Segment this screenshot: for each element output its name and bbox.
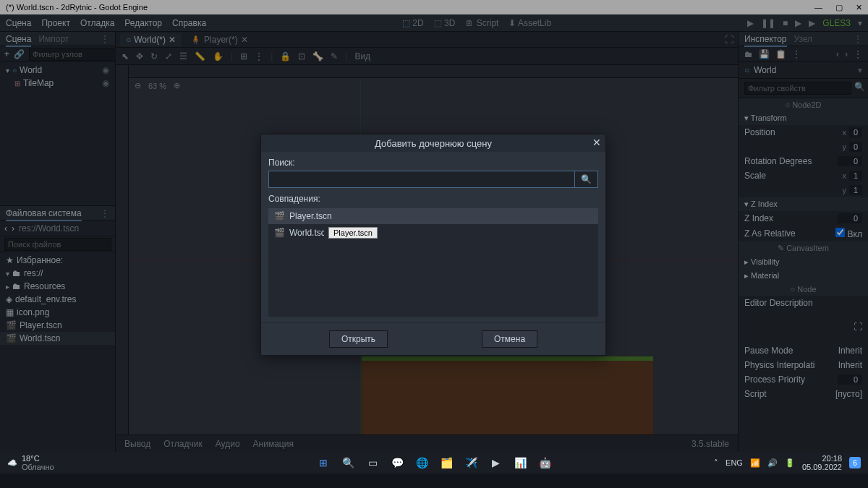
dialog-title: Добавить дочернюю сцену <box>375 138 492 149</box>
start-icon[interactable]: ⊞ <box>315 454 332 471</box>
tray-chevron-icon[interactable]: ˄ <box>714 458 718 468</box>
add-child-scene-dialog: Добавить дочернюю сцену ✕ Поиск: 🔍 Совпа… <box>260 134 606 356</box>
date: 05.09.2022 <box>802 463 842 471</box>
weather-widget[interactable]: ☁️ 18°C Облачно <box>7 454 54 471</box>
windows-taskbar: ☁️ 18°C Облачно ⊞ 🔍 ▭ 💬 🌐 🗂️ ✈️ ▶ 📊 🤖 ˄ … <box>0 452 868 474</box>
language-indicator[interactable]: ENG <box>726 458 743 467</box>
search-icon[interactable]: 🔍 <box>575 171 598 188</box>
match-item-world[interactable]: 🎬World.tscn Player.tscn <box>268 224 598 241</box>
telegram-icon[interactable]: ✈️ <box>462 454 480 471</box>
taskview-icon[interactable]: ▭ <box>364 454 381 471</box>
cancel-button[interactable]: Отмена <box>482 330 537 348</box>
weather-text: Облачно <box>22 463 54 471</box>
dialog-titlebar: Добавить дочернюю сцену ✕ <box>261 134 605 152</box>
battery-icon[interactable]: 🔋 <box>785 458 795 468</box>
search-label: Поиск: <box>268 158 295 168</box>
time: 20:18 <box>802 454 842 463</box>
explorer-icon[interactable]: 🗂️ <box>438 454 455 471</box>
scene-icon: 🎬 <box>274 228 285 238</box>
dialog-search-input[interactable] <box>268 171 575 188</box>
chat-icon[interactable]: 💬 <box>388 454 406 471</box>
notification-badge[interactable]: 6 <box>849 457 861 468</box>
app-icon[interactable]: 📊 <box>511 454 529 471</box>
dialog-close-icon[interactable]: ✕ <box>592 137 601 148</box>
matches-label: Совпадения: <box>268 194 598 204</box>
clock[interactable]: 20:18 05.09.2022 <box>802 454 842 471</box>
temperature: 18°C <box>22 454 54 463</box>
open-button[interactable]: Открыть <box>329 330 388 348</box>
tooltip: Player.tscn <box>328 227 378 239</box>
match-item-player[interactable]: 🎬Player.tscn <box>268 208 598 224</box>
scene-icon: 🎬 <box>274 211 285 221</box>
volume-icon[interactable]: 🔊 <box>767 458 778 468</box>
media-icon[interactable]: ▶ <box>487 454 504 471</box>
search-icon[interactable]: 🔍 <box>339 454 357 471</box>
wifi-icon[interactable]: 📶 <box>750 458 760 468</box>
edge-icon[interactable]: 🌐 <box>413 454 430 471</box>
match-list: 🎬Player.tscn 🎬World.tscn Player.tscn <box>268 208 598 317</box>
weather-icon: ☁️ <box>7 458 17 468</box>
godot-icon[interactable]: 🤖 <box>536 454 553 471</box>
